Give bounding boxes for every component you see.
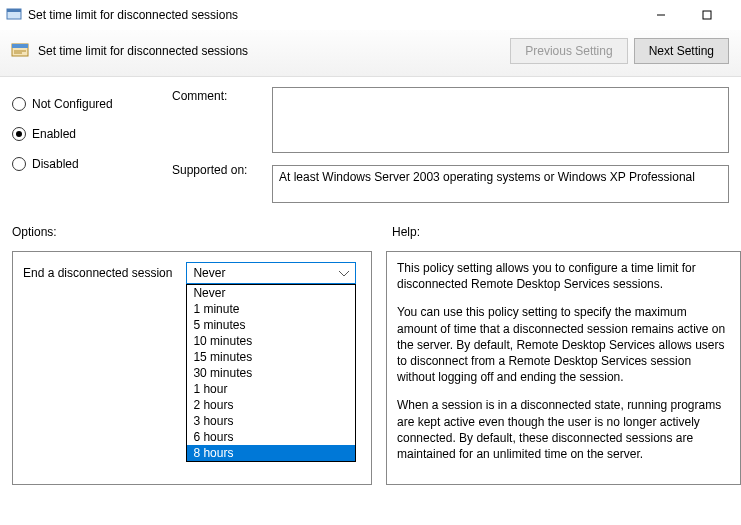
bottom-row: End a disconnected session Never Never1 … [0, 245, 741, 485]
section-labels: Options: Help: [0, 211, 741, 245]
radio-disabled[interactable]: Disabled [12, 157, 172, 171]
comment-label: Comment: [172, 87, 272, 155]
select-value: Never [193, 266, 225, 280]
titlebar: Set time limit for disconnected sessions [0, 0, 741, 30]
radio-icon [12, 97, 26, 111]
header-row: Set time limit for disconnected sessions… [0, 30, 741, 77]
radio-label: Enabled [32, 127, 76, 141]
end-session-select[interactable]: Never Never1 minute5 minutes10 minutes15… [186, 262, 356, 284]
radio-icon [12, 157, 26, 171]
supported-on-label: Supported on: [172, 155, 272, 177]
dropdown-item[interactable]: 6 hours [187, 429, 355, 445]
dropdown-item[interactable]: 15 minutes [187, 349, 355, 365]
options-pane: End a disconnected session Never Never1 … [12, 251, 372, 485]
svg-rect-3 [703, 11, 711, 19]
dropdown-list[interactable]: Never1 minute5 minutes10 minutes15 minut… [186, 284, 356, 462]
dropdown-item[interactable]: 2 hours [187, 397, 355, 413]
svg-rect-1 [7, 9, 21, 12]
radio-label: Not Configured [32, 97, 113, 111]
dropdown-item[interactable]: 8 hours [187, 445, 355, 461]
dropdown-item[interactable]: 3 hours [187, 413, 355, 429]
dropdown-item[interactable]: 10 minutes [187, 333, 355, 349]
header-title: Set time limit for disconnected sessions [38, 44, 510, 58]
next-setting-button[interactable]: Next Setting [634, 38, 729, 64]
svg-rect-5 [12, 44, 28, 48]
fields-column: At least Windows Server 2003 operating s… [272, 87, 731, 203]
gpedit-icon [6, 7, 22, 23]
labels-column: Comment: Supported on: [172, 87, 272, 203]
select-display[interactable]: Never [186, 262, 356, 284]
radio-label: Disabled [32, 157, 79, 171]
config-area: Not Configured Enabled Disabled Comment:… [0, 77, 741, 211]
minimize-button[interactable] [647, 5, 675, 25]
radio-icon [12, 127, 26, 141]
radio-not-configured[interactable]: Not Configured [12, 97, 172, 111]
supported-on-text: At least Windows Server 2003 operating s… [272, 165, 729, 203]
dropdown-item[interactable]: 1 hour [187, 381, 355, 397]
dropdown-item[interactable]: 1 minute [187, 301, 355, 317]
window-controls [647, 5, 735, 25]
dropdown-item[interactable]: 5 minutes [187, 317, 355, 333]
dropdown-item[interactable]: 30 minutes [187, 365, 355, 381]
help-paragraph: This policy setting allows you to config… [397, 260, 730, 292]
window-title: Set time limit for disconnected sessions [28, 8, 647, 22]
previous-setting-button[interactable]: Previous Setting [510, 38, 627, 64]
state-column: Not Configured Enabled Disabled [12, 87, 172, 203]
radio-enabled[interactable]: Enabled [12, 127, 172, 141]
dropdown-item[interactable]: Never [187, 285, 355, 301]
help-paragraph: When a session is in a disconnected stat… [397, 397, 730, 462]
help-label: Help: [392, 225, 420, 239]
help-pane: This policy setting allows you to config… [386, 251, 741, 485]
options-label: Options: [12, 225, 392, 239]
maximize-button[interactable] [693, 5, 721, 25]
end-session-label: End a disconnected session [23, 266, 172, 280]
help-paragraph: You can use this policy setting to speci… [397, 304, 730, 385]
comment-input[interactable] [272, 87, 729, 153]
chevron-down-icon [339, 266, 349, 280]
policy-icon [10, 41, 30, 61]
